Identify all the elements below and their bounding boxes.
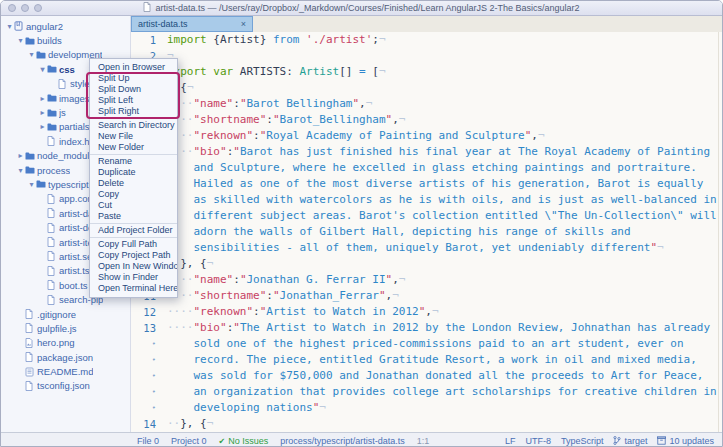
menu-item-open-in-browser[interactable]: Open in Browser bbox=[90, 62, 177, 73]
code-line[interactable]: •different subject areas. Barot's collec… bbox=[131, 208, 722, 224]
code-token: Artist to Watch in 2012 bbox=[266, 305, 418, 318]
chevron-right-icon[interactable]: ▸ bbox=[38, 94, 47, 103]
code-editor[interactable]: 1import {Artist} from './artist';¬2¬3exp… bbox=[131, 32, 722, 432]
status-1-1[interactable]: 1:1 bbox=[417, 436, 430, 446]
menu-group: RenameDuplicateDeleteCopyCutPaste bbox=[90, 154, 177, 222]
status-utf-8[interactable]: UTF-8 bbox=[525, 436, 551, 446]
status-target[interactable]: target bbox=[613, 436, 647, 447]
code-token: record. The piece, entitled Gratitude Re… bbox=[193, 353, 696, 366]
line-number: 14 bbox=[131, 416, 163, 432]
code-token: : bbox=[266, 289, 273, 302]
code-line[interactable]: 4··{¬ bbox=[131, 80, 722, 96]
menu-item-show-in-finder[interactable]: Show in Finder bbox=[90, 272, 177, 283]
tree-item-label: js bbox=[59, 107, 66, 118]
tree-item-angular2[interactable]: ▾angular2 bbox=[1, 19, 130, 33]
tab-artist-data-ts[interactable]: artist-data.ts × bbox=[131, 16, 253, 32]
zoom-window-button[interactable] bbox=[34, 4, 42, 12]
menu-item-new-file[interactable]: New File bbox=[90, 131, 177, 142]
menu-item-split-up[interactable]: Split Up bbox=[90, 73, 177, 84]
status-label: UTF-8 bbox=[525, 436, 551, 446]
code-line[interactable]: 10····"name":"Jonathan G. Ferrar II",¬ bbox=[131, 272, 722, 288]
code-line[interactable]: •record. The piece, entitled Gratitude R… bbox=[131, 352, 722, 368]
tree-item-tsconfig-json[interactable]: tsconfig.json bbox=[1, 379, 130, 393]
status-process-typescript-artist-data-ts[interactable]: process/typescript/artist-data.ts bbox=[280, 436, 405, 446]
code-line[interactable]: •developing nations"¬ bbox=[131, 400, 722, 416]
file-icon bbox=[47, 194, 59, 204]
code-token: ¬ bbox=[207, 257, 214, 270]
code-line[interactable]: 2¬ bbox=[131, 48, 722, 64]
menu-item-paste[interactable]: Paste bbox=[90, 211, 177, 222]
menu-item-open-terminal-here[interactable]: Open Terminal Here bbox=[90, 283, 177, 294]
code-line[interactable]: 5····"name":"Barot Bellingham",¬ bbox=[131, 96, 722, 112]
folder-icon bbox=[47, 65, 59, 73]
code-line[interactable]: •sensibilities - all of them, uniquely B… bbox=[131, 240, 722, 256]
status-project-0[interactable]: Project 0 bbox=[171, 436, 207, 446]
code-line[interactable]: 14··}, {¬ bbox=[131, 416, 722, 432]
code-line[interactable]: •sold one of the highest priced-commissi… bbox=[131, 336, 722, 352]
chevron-down-icon[interactable]: ▾ bbox=[38, 65, 47, 74]
status-file-0[interactable]: File 0 bbox=[137, 436, 159, 446]
menu-item-new-folder[interactable]: New Folder bbox=[90, 142, 177, 153]
code-line[interactable]: •and Sculpture, where he excelled in gla… bbox=[131, 160, 722, 176]
code-line[interactable]: 8····"bio":"Barot has just finished his … bbox=[131, 144, 722, 160]
window-title: artist-data.ts — /Users/ray/Dropbox/_Mar… bbox=[143, 2, 579, 14]
file-icon bbox=[47, 223, 59, 233]
chevron-down-icon[interactable]: ▾ bbox=[16, 36, 25, 45]
menu-item-cut[interactable]: Cut bbox=[90, 200, 177, 211]
code-line[interactable]: 3export var ARTISTS: Artist[] = [¬ bbox=[131, 64, 722, 80]
code-line-text: import {Artist} from './artist';¬ bbox=[163, 32, 386, 48]
code-line[interactable]: •was sold for $750,000 and Jonathan dona… bbox=[131, 368, 722, 384]
chevron-down-icon[interactable]: ▾ bbox=[27, 50, 36, 59]
code-line[interactable]: •Hailed as one of the most diverse artis… bbox=[131, 176, 722, 192]
menu-item-rename[interactable]: Rename bbox=[90, 156, 177, 167]
tree-item-gitignore[interactable]: .gitignore bbox=[1, 307, 130, 321]
chevron-down-icon[interactable]: ▾ bbox=[16, 166, 25, 175]
menu-item-open-in-new-window[interactable]: Open In New Window bbox=[90, 261, 177, 272]
menu-item-search-in-directory[interactable]: Search in Directory bbox=[90, 120, 177, 131]
minimize-window-button[interactable] bbox=[21, 4, 29, 12]
close-window-button[interactable] bbox=[8, 4, 16, 12]
menu-item-duplicate[interactable]: Duplicate bbox=[90, 167, 177, 178]
code-line[interactable]: •as skilled with watercolors as he is wi… bbox=[131, 192, 722, 208]
chevron-right-icon[interactable]: ▸ bbox=[16, 151, 25, 160]
code-line[interactable]: 6····"shortname":"Barot_Bellingham",¬ bbox=[131, 112, 722, 128]
menu-item-copy-full-path[interactable]: Copy Full Path bbox=[90, 239, 177, 250]
code-line[interactable]: •an organization that provides college a… bbox=[131, 384, 722, 400]
file-icon bbox=[25, 381, 37, 391]
code-line[interactable]: 7····"reknown":"Royal Academy of Paintin… bbox=[131, 128, 722, 144]
menu-item-delete[interactable]: Delete bbox=[90, 178, 177, 189]
code-token: adorn the walls of Gilbert Hall, depicti… bbox=[193, 225, 630, 238]
menu-item-add-project-folder[interactable]: Add Project Folder bbox=[90, 225, 177, 236]
code-token: "reknown" bbox=[194, 129, 254, 142]
menu-item-split-right[interactable]: Split Right bbox=[90, 106, 177, 117]
code-token: : bbox=[233, 273, 240, 286]
status-10-updates[interactable]: 10 updates bbox=[657, 436, 714, 447]
code-line[interactable]: 13····"bio":"The Artist to Watch in 2012… bbox=[131, 320, 722, 336]
tree-item-builds[interactable]: ▾builds bbox=[1, 33, 130, 47]
chevron-right-icon[interactable]: ▸ bbox=[38, 122, 47, 131]
code-token: , bbox=[392, 273, 399, 286]
menu-item-split-down[interactable]: Split Down bbox=[90, 84, 177, 95]
menu-item-copy-project-path[interactable]: Copy Project Path bbox=[90, 250, 177, 261]
tab-close-icon[interactable]: × bbox=[241, 19, 246, 29]
tree-item-readme-md[interactable]: README.md bbox=[1, 364, 130, 378]
chevron-down-icon[interactable]: ▾ bbox=[5, 22, 14, 31]
code-line-text: ····"shortname":"Barot_Bellingham",¬ bbox=[163, 112, 405, 128]
code-line[interactable]: 12····"reknown":"Artist to Watch in 2012… bbox=[131, 304, 722, 320]
tree-item-gulpfile-js[interactable]: gulpfile.js bbox=[1, 321, 130, 335]
status-typescript[interactable]: TypeScript bbox=[561, 436, 604, 446]
code-line[interactable]: 1import {Artist} from './artist';¬ bbox=[131, 32, 722, 48]
status-no-issues[interactable]: ✔No Issues bbox=[219, 436, 269, 446]
code-line[interactable]: 9··}, {¬ bbox=[131, 256, 722, 272]
tree-item-label: tsconfig.json bbox=[37, 380, 90, 391]
tree-item-package-json[interactable]: package.json bbox=[1, 350, 130, 364]
code-line[interactable]: 11····"shortname":"Jonathan_Ferrar",¬ bbox=[131, 288, 722, 304]
tree-item-label: gulpfile.js bbox=[37, 323, 77, 334]
chevron-down-icon[interactable]: ▾ bbox=[27, 180, 36, 189]
menu-item-split-left[interactable]: Split Left bbox=[90, 95, 177, 106]
code-line[interactable]: •adorn the walls of Gilbert Hall, depict… bbox=[131, 224, 722, 240]
status-lf[interactable]: LF bbox=[505, 436, 516, 446]
menu-item-copy[interactable]: Copy bbox=[90, 189, 177, 200]
tree-item-hero-png[interactable]: hero.png bbox=[1, 336, 130, 350]
chevron-right-icon[interactable]: ▸ bbox=[38, 108, 47, 117]
